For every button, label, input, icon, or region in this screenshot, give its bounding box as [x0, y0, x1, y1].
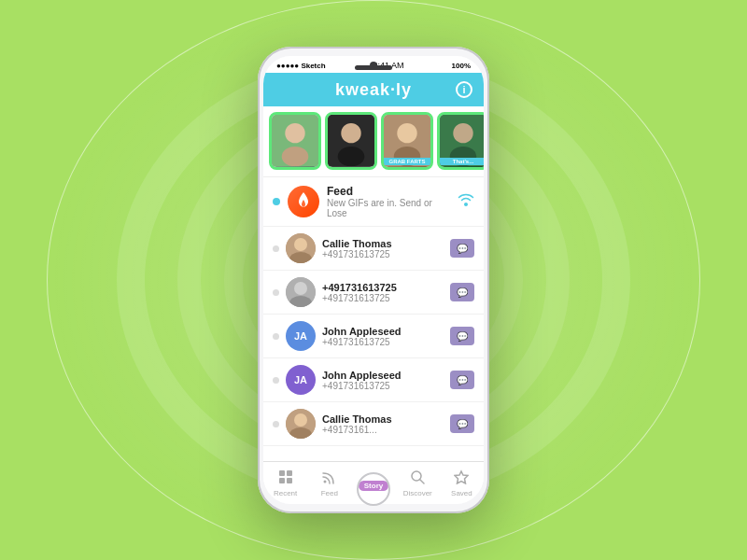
info-button[interactable]: i: [456, 81, 472, 98]
svg-point-7: [397, 123, 416, 143]
message-icon-5: 💬: [457, 419, 468, 429]
svg-point-10: [453, 123, 472, 143]
tab-feed-label: Feed: [321, 489, 338, 497]
story-item-1[interactable]: [269, 112, 321, 170]
contact-dot-1: [273, 245, 279, 252]
tab-discover[interactable]: Discover: [396, 462, 440, 504]
contact-avatar-1: [286, 233, 316, 263]
phone-screen: ●●●●● Sketch 9:41 AM 100% kweak·ly i: [263, 56, 484, 504]
flame-icon: [295, 192, 312, 211]
stories-row: GRAB FARTS That's...: [263, 106, 484, 177]
contact-item-1[interactable]: Callie Thomas +491731613725 💬: [263, 227, 484, 271]
contact-avatar-3: JA: [286, 321, 316, 351]
contact-name-5: Callie Thomas: [322, 413, 444, 425]
contact-dot-3: [273, 333, 279, 340]
contact-dot-4: [273, 377, 279, 384]
message-button-3[interactable]: 💬: [450, 327, 474, 345]
app-header: kweak·ly i: [263, 73, 484, 106]
story-item-4[interactable]: That's...: [437, 112, 484, 170]
story-label-4: That's...: [440, 158, 484, 165]
svg-rect-22: [287, 470, 292, 476]
feed-item[interactable]: Feed New GIFs are in. Send or Lose: [263, 177, 484, 227]
contact-phone-3: +491731613725: [322, 337, 444, 347]
contact-avatar-5: [286, 409, 316, 439]
feed-icon: [322, 469, 337, 488]
story-avatar-2: [328, 115, 374, 167]
contact-item-3[interactable]: JA John Appleseed +491731613725 💬: [263, 315, 484, 358]
story-item-2[interactable]: [325, 112, 377, 170]
contact-dot-2: [273, 289, 279, 296]
svg-point-13: [294, 238, 307, 251]
recent-icon: [278, 469, 293, 488]
contact-item-4[interactable]: JA John Appleseed +491731613725 💬: [263, 358, 484, 402]
message-button-4[interactable]: 💬: [450, 371, 474, 389]
message-button-1[interactable]: 💬: [450, 239, 474, 258]
tab-saved[interactable]: Saved: [440, 462, 484, 504]
wifi-icon: [458, 193, 474, 210]
contact-phone-2: +491731613725: [322, 293, 444, 303]
feed-icon-wrap: [288, 186, 319, 217]
contact-text-5: Callie Thomas +49173161...: [322, 413, 444, 435]
contact-item-2[interactable]: +491731613725 +491731613725 💬: [263, 271, 484, 315]
contact-name-2: +491731613725: [322, 282, 444, 293]
contact-name-3: John Appleseed: [322, 326, 444, 337]
contact-text-2: +491731613725 +491731613725: [322, 282, 444, 303]
contact-phone-5: +49173161...: [322, 425, 444, 435]
message-icon-1: 💬: [457, 244, 468, 254]
contact-text-1: Callie Thomas +491731613725: [322, 238, 444, 259]
message-button-5[interactable]: 💬: [450, 414, 474, 433]
story-item-3[interactable]: GRAB FARTS: [381, 112, 433, 170]
tab-recent[interactable]: Recent: [263, 462, 307, 504]
tab-saved-label: Saved: [451, 489, 472, 497]
feed-text: Feed New GIFs are in. Send or Lose: [327, 185, 450, 218]
contact-phone-4: +491731613725: [322, 381, 444, 391]
info-icon: i: [462, 84, 465, 95]
home-button[interactable]: [357, 472, 390, 506]
feed-dot: [273, 198, 280, 205]
svg-point-2: [282, 147, 309, 166]
story-avatar-1: [272, 115, 318, 167]
tab-feed[interactable]: Feed: [307, 462, 351, 504]
tab-recent-label: Recent: [274, 489, 297, 497]
svg-rect-23: [279, 478, 285, 483]
svg-point-5: [338, 147, 365, 166]
contact-initials-3: JA: [294, 330, 307, 342]
svg-marker-28: [455, 471, 468, 483]
phone-shell: ●●●●● Sketch 9:41 AM 100% kweak·ly i: [258, 47, 489, 513]
svg-rect-21: [279, 470, 285, 476]
message-button-2[interactable]: 💬: [450, 283, 474, 301]
contact-name-1: Callie Thomas: [322, 238, 444, 249]
message-icon-4: 💬: [457, 375, 468, 385]
discover-icon: [410, 469, 425, 488]
contact-phone-1: +491731613725: [322, 249, 444, 259]
carrier-signal: ●●●●● Sketch: [276, 62, 326, 70]
contact-item-5[interactable]: Callie Thomas +49173161... 💬: [263, 402, 484, 446]
speaker: [355, 65, 392, 70]
svg-point-19: [294, 413, 307, 427]
battery: 100%: [452, 62, 471, 70]
svg-rect-24: [287, 478, 292, 483]
app-title: kweak·ly: [335, 80, 412, 100]
story-label-3: GRAB FARTS: [384, 158, 430, 165]
contact-dot-5: [273, 421, 279, 427]
svg-line-27: [420, 480, 424, 483]
contact-avatar-4: JA: [286, 365, 316, 395]
contact-initials-4: JA: [294, 374, 307, 385]
svg-point-16: [294, 282, 307, 295]
contact-text-3: John Appleseed +491731613725: [322, 326, 444, 347]
contact-text-4: John Appleseed +491731613725: [322, 370, 444, 391]
contact-avatar-2: [286, 277, 316, 307]
svg-point-1: [285, 123, 304, 143]
saved-icon: [454, 469, 469, 488]
message-icon-2: 💬: [457, 287, 468, 298]
feed-subtitle: New GIFs are in. Send or Lose: [327, 198, 450, 218]
svg-point-4: [341, 123, 360, 143]
feed-title: Feed: [327, 185, 450, 198]
contacts-list: Callie Thomas +491731613725 💬: [263, 227, 484, 461]
message-icon-3: 💬: [457, 331, 468, 342]
svg-point-25: [323, 480, 326, 483]
tab-discover-label: Discover: [403, 489, 432, 497]
contact-name-4: John Appleseed: [322, 370, 444, 381]
